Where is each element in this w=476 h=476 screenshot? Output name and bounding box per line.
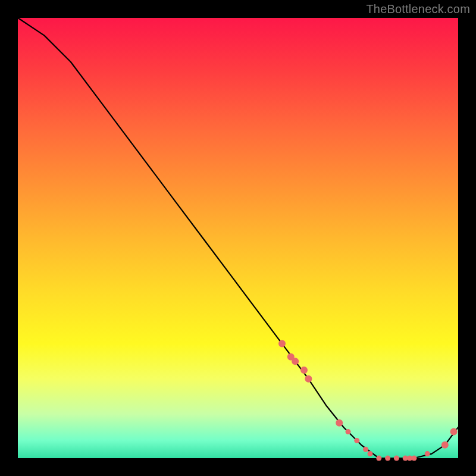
data-marker: [394, 456, 399, 461]
chart-svg: [18, 18, 458, 458]
chart-stage: TheBottleneck.com: [0, 0, 476, 476]
data-marker: [368, 451, 373, 456]
data-markers: [278, 340, 458, 461]
chart-plot-area: [18, 18, 458, 458]
data-marker: [300, 367, 308, 374]
attribution-label: TheBottleneck.com: [366, 2, 470, 16]
data-marker: [376, 456, 381, 461]
data-marker: [278, 340, 286, 347]
data-marker: [441, 441, 449, 449]
data-marker: [305, 375, 312, 383]
data-marker: [346, 429, 351, 434]
data-marker: [292, 358, 299, 365]
data-marker: [354, 438, 359, 443]
data-marker: [336, 419, 343, 427]
data-marker: [412, 456, 417, 461]
data-marker: [450, 428, 458, 436]
data-marker: [363, 447, 368, 452]
data-marker: [425, 451, 430, 456]
bottleneck-curve: [18, 18, 458, 458]
data-marker: [385, 456, 390, 461]
